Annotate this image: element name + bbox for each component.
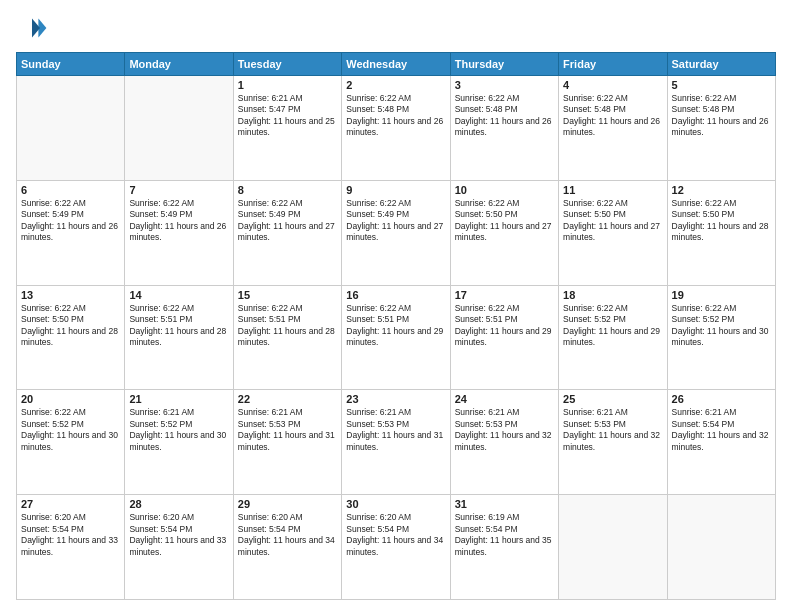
cell-details: Sunrise: 6:22 AMSunset: 5:49 PMDaylight:…	[129, 198, 228, 244]
calendar-cell: 4Sunrise: 6:22 AMSunset: 5:48 PMDaylight…	[559, 76, 667, 181]
cell-details: Sunrise: 6:19 AMSunset: 5:54 PMDaylight:…	[455, 512, 554, 558]
day-number: 25	[563, 393, 662, 405]
calendar-cell: 17Sunrise: 6:22 AMSunset: 5:51 PMDayligh…	[450, 285, 558, 390]
page: SundayMondayTuesdayWednesdayThursdayFrid…	[0, 0, 792, 612]
cell-details: Sunrise: 6:22 AMSunset: 5:48 PMDaylight:…	[455, 93, 554, 139]
cell-details: Sunrise: 6:22 AMSunset: 5:51 PMDaylight:…	[346, 303, 445, 349]
calendar-cell: 27Sunrise: 6:20 AMSunset: 5:54 PMDayligh…	[17, 495, 125, 600]
day-number: 7	[129, 184, 228, 196]
calendar-week-row: 20Sunrise: 6:22 AMSunset: 5:52 PMDayligh…	[17, 390, 776, 495]
day-number: 10	[455, 184, 554, 196]
calendar-cell	[667, 495, 775, 600]
cell-details: Sunrise: 6:22 AMSunset: 5:50 PMDaylight:…	[455, 198, 554, 244]
header	[16, 12, 776, 44]
logo-icon	[16, 12, 48, 44]
day-number: 17	[455, 289, 554, 301]
day-number: 1	[238, 79, 337, 91]
calendar-week-row: 1Sunrise: 6:21 AMSunset: 5:47 PMDaylight…	[17, 76, 776, 181]
calendar-cell: 24Sunrise: 6:21 AMSunset: 5:53 PMDayligh…	[450, 390, 558, 495]
cell-details: Sunrise: 6:22 AMSunset: 5:50 PMDaylight:…	[563, 198, 662, 244]
calendar-cell: 20Sunrise: 6:22 AMSunset: 5:52 PMDayligh…	[17, 390, 125, 495]
day-number: 20	[21, 393, 120, 405]
calendar-cell: 7Sunrise: 6:22 AMSunset: 5:49 PMDaylight…	[125, 180, 233, 285]
day-number: 2	[346, 79, 445, 91]
calendar-cell: 2Sunrise: 6:22 AMSunset: 5:48 PMDaylight…	[342, 76, 450, 181]
day-number: 5	[672, 79, 771, 91]
calendar-cell: 9Sunrise: 6:22 AMSunset: 5:49 PMDaylight…	[342, 180, 450, 285]
cell-details: Sunrise: 6:21 AMSunset: 5:47 PMDaylight:…	[238, 93, 337, 139]
day-number: 29	[238, 498, 337, 510]
day-of-week-header: Saturday	[667, 53, 775, 76]
calendar-cell: 30Sunrise: 6:20 AMSunset: 5:54 PMDayligh…	[342, 495, 450, 600]
calendar-cell: 10Sunrise: 6:22 AMSunset: 5:50 PMDayligh…	[450, 180, 558, 285]
calendar-cell: 3Sunrise: 6:22 AMSunset: 5:48 PMDaylight…	[450, 76, 558, 181]
calendar-cell: 23Sunrise: 6:21 AMSunset: 5:53 PMDayligh…	[342, 390, 450, 495]
calendar-cell: 15Sunrise: 6:22 AMSunset: 5:51 PMDayligh…	[233, 285, 341, 390]
cell-details: Sunrise: 6:22 AMSunset: 5:49 PMDaylight:…	[21, 198, 120, 244]
calendar-cell: 1Sunrise: 6:21 AMSunset: 5:47 PMDaylight…	[233, 76, 341, 181]
calendar-cell: 21Sunrise: 6:21 AMSunset: 5:52 PMDayligh…	[125, 390, 233, 495]
calendar-week-row: 6Sunrise: 6:22 AMSunset: 5:49 PMDaylight…	[17, 180, 776, 285]
calendar-cell: 25Sunrise: 6:21 AMSunset: 5:53 PMDayligh…	[559, 390, 667, 495]
cell-details: Sunrise: 6:22 AMSunset: 5:50 PMDaylight:…	[21, 303, 120, 349]
calendar-cell: 6Sunrise: 6:22 AMSunset: 5:49 PMDaylight…	[17, 180, 125, 285]
calendar-cell: 16Sunrise: 6:22 AMSunset: 5:51 PMDayligh…	[342, 285, 450, 390]
cell-details: Sunrise: 6:21 AMSunset: 5:54 PMDaylight:…	[672, 407, 771, 453]
day-of-week-header: Monday	[125, 53, 233, 76]
cell-details: Sunrise: 6:22 AMSunset: 5:51 PMDaylight:…	[455, 303, 554, 349]
day-number: 9	[346, 184, 445, 196]
day-number: 24	[455, 393, 554, 405]
calendar-cell: 13Sunrise: 6:22 AMSunset: 5:50 PMDayligh…	[17, 285, 125, 390]
day-number: 14	[129, 289, 228, 301]
calendar-cell: 19Sunrise: 6:22 AMSunset: 5:52 PMDayligh…	[667, 285, 775, 390]
calendar-cell	[559, 495, 667, 600]
day-number: 15	[238, 289, 337, 301]
cell-details: Sunrise: 6:21 AMSunset: 5:53 PMDaylight:…	[346, 407, 445, 453]
day-of-week-header: Wednesday	[342, 53, 450, 76]
day-number: 4	[563, 79, 662, 91]
calendar-cell: 12Sunrise: 6:22 AMSunset: 5:50 PMDayligh…	[667, 180, 775, 285]
day-number: 22	[238, 393, 337, 405]
calendar-cell: 11Sunrise: 6:22 AMSunset: 5:50 PMDayligh…	[559, 180, 667, 285]
cell-details: Sunrise: 6:22 AMSunset: 5:52 PMDaylight:…	[563, 303, 662, 349]
day-number: 28	[129, 498, 228, 510]
day-number: 31	[455, 498, 554, 510]
day-of-week-header: Friday	[559, 53, 667, 76]
cell-details: Sunrise: 6:22 AMSunset: 5:52 PMDaylight:…	[672, 303, 771, 349]
day-number: 26	[672, 393, 771, 405]
calendar-cell: 29Sunrise: 6:20 AMSunset: 5:54 PMDayligh…	[233, 495, 341, 600]
day-number: 23	[346, 393, 445, 405]
day-number: 12	[672, 184, 771, 196]
calendar-cell: 28Sunrise: 6:20 AMSunset: 5:54 PMDayligh…	[125, 495, 233, 600]
day-number: 19	[672, 289, 771, 301]
day-number: 6	[21, 184, 120, 196]
cell-details: Sunrise: 6:20 AMSunset: 5:54 PMDaylight:…	[129, 512, 228, 558]
day-of-week-header: Sunday	[17, 53, 125, 76]
day-number: 18	[563, 289, 662, 301]
cell-details: Sunrise: 6:22 AMSunset: 5:48 PMDaylight:…	[346, 93, 445, 139]
cell-details: Sunrise: 6:22 AMSunset: 5:51 PMDaylight:…	[238, 303, 337, 349]
cell-details: Sunrise: 6:22 AMSunset: 5:49 PMDaylight:…	[238, 198, 337, 244]
calendar-cell: 14Sunrise: 6:22 AMSunset: 5:51 PMDayligh…	[125, 285, 233, 390]
day-number: 30	[346, 498, 445, 510]
cell-details: Sunrise: 6:20 AMSunset: 5:54 PMDaylight:…	[21, 512, 120, 558]
calendar-cell: 5Sunrise: 6:22 AMSunset: 5:48 PMDaylight…	[667, 76, 775, 181]
day-number: 11	[563, 184, 662, 196]
cell-details: Sunrise: 6:22 AMSunset: 5:48 PMDaylight:…	[672, 93, 771, 139]
cell-details: Sunrise: 6:20 AMSunset: 5:54 PMDaylight:…	[346, 512, 445, 558]
day-number: 27	[21, 498, 120, 510]
cell-details: Sunrise: 6:22 AMSunset: 5:51 PMDaylight:…	[129, 303, 228, 349]
cell-details: Sunrise: 6:21 AMSunset: 5:52 PMDaylight:…	[129, 407, 228, 453]
calendar-week-row: 13Sunrise: 6:22 AMSunset: 5:50 PMDayligh…	[17, 285, 776, 390]
calendar-cell: 8Sunrise: 6:22 AMSunset: 5:49 PMDaylight…	[233, 180, 341, 285]
day-number: 21	[129, 393, 228, 405]
cell-details: Sunrise: 6:21 AMSunset: 5:53 PMDaylight:…	[455, 407, 554, 453]
calendar-cell: 18Sunrise: 6:22 AMSunset: 5:52 PMDayligh…	[559, 285, 667, 390]
logo	[16, 12, 52, 44]
calendar-table: SundayMondayTuesdayWednesdayThursdayFrid…	[16, 52, 776, 600]
cell-details: Sunrise: 6:22 AMSunset: 5:49 PMDaylight:…	[346, 198, 445, 244]
calendar-cell: 22Sunrise: 6:21 AMSunset: 5:53 PMDayligh…	[233, 390, 341, 495]
calendar-cell: 26Sunrise: 6:21 AMSunset: 5:54 PMDayligh…	[667, 390, 775, 495]
cell-details: Sunrise: 6:22 AMSunset: 5:48 PMDaylight:…	[563, 93, 662, 139]
calendar-header-row: SundayMondayTuesdayWednesdayThursdayFrid…	[17, 53, 776, 76]
